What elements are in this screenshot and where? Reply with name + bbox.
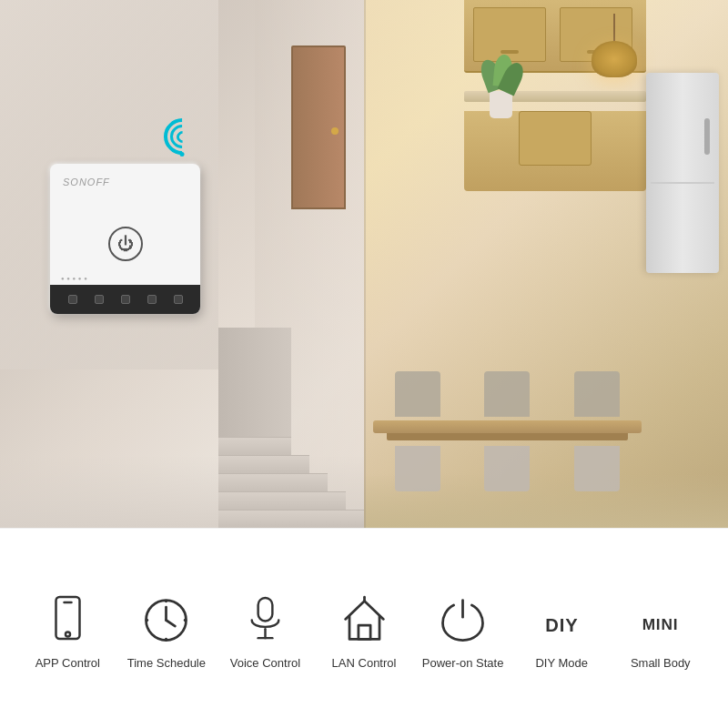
feature-lan-control: LAN Control — [315, 595, 414, 672]
features-section: APP Control Time Schedule — [0, 528, 728, 728]
dining-table-area — [373, 371, 642, 491]
microphone-icon — [240, 595, 290, 645]
device-power-button: ⏻ — [108, 227, 143, 261]
terminal-pin — [121, 295, 130, 304]
terminal-pin — [147, 295, 157, 304]
svg-text:DIY: DIY — [545, 614, 578, 634]
device-model-text: ● ● ● ● ● — [61, 276, 87, 281]
svg-rect-10 — [258, 597, 273, 621]
app-control-label: APP Control — [35, 656, 100, 672]
refrigerator — [646, 73, 719, 273]
svg-point-8 — [146, 618, 148, 621]
svg-rect-13 — [358, 625, 369, 639]
feature-small-body: MINI Small Body — [611, 595, 710, 672]
left-background: SONOFF ⏻ ● ● ● ● ● — [0, 0, 364, 528]
svg-line-5 — [167, 620, 176, 626]
feature-time-schedule: Time Schedule — [117, 595, 217, 672]
svg-text:MINI: MINI — [642, 615, 679, 633]
svg-point-7 — [165, 637, 167, 640]
feature-power-on-state: Power-on State — [413, 595, 512, 672]
right-background — [364, 0, 728, 528]
terminal-pin — [95, 295, 104, 304]
device-brand: SONOFF — [63, 177, 110, 187]
diy-text-icon: DIY — [537, 595, 587, 645]
wifi-signal-icon — [159, 118, 205, 155]
power-symbol: ⏻ — [117, 236, 134, 252]
time-schedule-label: Time Schedule — [127, 656, 206, 672]
diy-mode-label: DIY Mode — [535, 656, 588, 672]
ceiling-light — [592, 14, 637, 77]
power-on-state-label: Power-on State — [422, 656, 504, 672]
feature-voice-control: Voice Control — [216, 595, 315, 672]
small-body-label: Small Body — [631, 656, 691, 672]
background-door — [291, 46, 346, 209]
sonoff-device: SONOFF ⏻ ● ● ● ● ● — [50, 164, 200, 314]
feature-diy-mode: DIY DIY Mode — [512, 595, 612, 672]
kitchen-plant — [473, 55, 528, 127]
phone-icon — [43, 595, 93, 645]
lan-control-label: LAN Control — [332, 656, 397, 672]
power-state-icon — [438, 595, 488, 645]
clock-icon — [141, 595, 191, 645]
svg-point-2 — [66, 632, 70, 636]
device-terminals — [50, 285, 200, 314]
svg-point-9 — [184, 618, 187, 621]
terminal-pin — [68, 295, 77, 304]
feature-app-control: APP Control — [18, 595, 117, 672]
voice-control-label: Voice Control — [230, 656, 300, 672]
home-icon — [339, 595, 389, 645]
product-image-section: SONOFF ⏻ ● ● ● ● ● — [0, 0, 728, 528]
terminal-pin — [174, 295, 183, 304]
mini-text-icon: MINI — [635, 595, 685, 645]
svg-point-6 — [165, 599, 167, 602]
image-divider — [364, 0, 366, 528]
